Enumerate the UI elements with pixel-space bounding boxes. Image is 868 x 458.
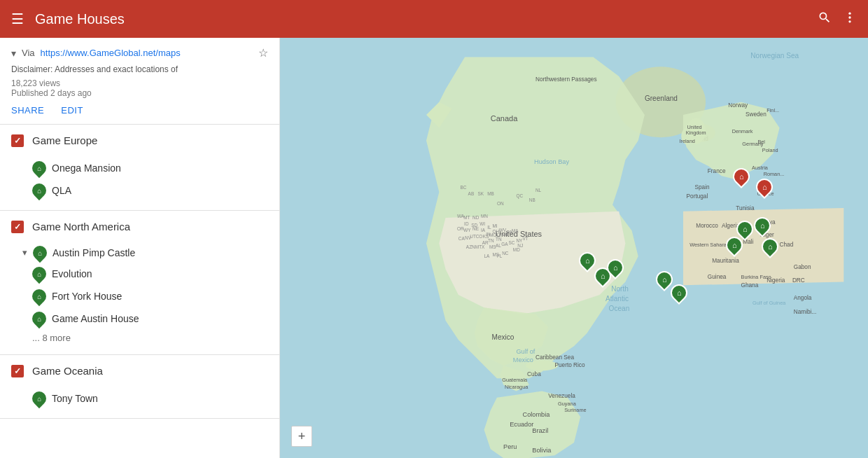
location-pin-green <box>29 264 49 284</box>
location-pin-green <box>30 243 50 263</box>
svg-text:Cuba: Cuba <box>527 371 541 377</box>
svg-text:Austria: Austria <box>752 165 769 171</box>
svg-text:Brazil: Brazil <box>532 427 548 434</box>
map-pin-green-9[interactable] <box>762 238 778 255</box>
svg-text:WY: WY <box>463 228 471 233</box>
location-pin-green <box>29 181 49 200</box>
map-pin-red-1[interactable] <box>733 168 750 185</box>
list-item[interactable]: Evolution <box>32 263 268 285</box>
via-published: Published 2 days ago <box>11 88 268 98</box>
svg-text:North: North <box>611 285 629 293</box>
oceania-locations: Tony Town <box>0 387 279 418</box>
svg-text:NL: NL <box>536 188 542 193</box>
svg-text:Norway: Norway <box>728 102 748 109</box>
map-pin-red-2[interactable] <box>756 179 773 195</box>
svg-text:MB: MB <box>487 191 494 196</box>
svg-text:CO: CO <box>476 234 483 239</box>
map-area[interactable]: Norwegian Sea Greenland Iceland Cuba Car… <box>280 38 868 458</box>
svg-text:IN: IN <box>486 232 491 237</box>
category-europe: Game Europe Onega Mansion QLA <box>0 125 279 211</box>
edit-button[interactable]: EDIT <box>61 105 83 116</box>
europe-checkbox[interactable] <box>11 134 24 147</box>
svg-text:AZ: AZ <box>466 244 472 249</box>
svg-text:Nigeria: Nigeria <box>766 277 785 284</box>
via-link[interactable]: https://www.GameGlobal.net/maps <box>41 48 181 58</box>
menu-icon[interactable]: ☰ <box>11 11 24 27</box>
share-button[interactable]: SHARE <box>11 105 44 116</box>
map-pin-green-1[interactable] <box>579 252 596 269</box>
svg-text:QC: QC <box>516 193 523 199</box>
svg-text:Namibi...: Namibi... <box>794 309 817 315</box>
svg-text:Finl...: Finl... <box>766 107 779 113</box>
bookmark-icon[interactable]: ☆ <box>258 46 268 60</box>
svg-text:Chad: Chad <box>780 242 794 248</box>
more-items-link[interactable]: ... 8 more <box>32 330 268 346</box>
svg-text:Western Sahara: Western Sahara <box>690 242 727 248</box>
austin-pimp-castle-row[interactable]: ▾ Austin Pimp Castle <box>32 243 268 263</box>
svg-text:WI: WI <box>479 221 485 226</box>
svg-text:Peru: Peru <box>503 443 517 450</box>
svg-text:VT: VT <box>523 236 528 241</box>
north-america-checkbox[interactable] <box>11 221 24 233</box>
svg-text:SK: SK <box>477 191 484 196</box>
svg-text:TN: TN <box>496 237 502 242</box>
svg-text:France: France <box>708 168 726 174</box>
svg-text:Venezuela: Venezuela <box>548 393 575 399</box>
list-item[interactable]: Onega Mansion <box>32 157 268 179</box>
svg-text:Ocean: Ocean <box>609 305 630 312</box>
svg-text:Spain: Spain <box>694 184 710 190</box>
svg-text:Mauritania: Mauritania <box>712 258 739 264</box>
map-pin-green-5[interactable] <box>671 284 687 301</box>
svg-text:Gulf of: Gulf of <box>516 348 535 355</box>
search-icon[interactable] <box>818 11 832 28</box>
more-options-icon[interactable] <box>843 11 857 28</box>
svg-text:Caribbean Sea: Caribbean Sea <box>536 354 574 361</box>
list-item[interactable]: QLA <box>32 179 268 202</box>
svg-text:NM: NM <box>472 244 479 249</box>
location-pin-green <box>29 389 49 408</box>
svg-point-2 <box>848 20 850 22</box>
svg-text:Portugal: Portugal <box>687 193 708 200</box>
sidebar: ▾ Via https://www.GameGlobal.net/maps ☆ … <box>0 38 280 458</box>
svg-text:Angola: Angola <box>794 295 812 301</box>
world-map: Norwegian Sea Greenland Iceland Cuba Car… <box>280 38 868 458</box>
svg-text:BC: BC <box>461 185 467 190</box>
category-oceania-header[interactable]: Game Oceania <box>0 355 279 387</box>
north-america-title: Game North America <box>32 221 130 233</box>
svg-text:CA: CA <box>458 236 465 241</box>
map-pin-green-7[interactable] <box>736 221 753 237</box>
map-pin-green-3[interactable] <box>607 259 624 276</box>
svg-text:Mexico: Mexico <box>513 356 533 363</box>
svg-text:Bolivia: Bolivia <box>532 447 552 454</box>
svg-text:TN: TN <box>488 238 494 243</box>
map-pin-green-6[interactable] <box>726 237 743 254</box>
svg-text:IL: IL <box>487 225 491 230</box>
list-item[interactable]: Game Austin House <box>32 307 268 330</box>
svg-text:Canada: Canada <box>491 114 518 123</box>
oceania-checkbox[interactable] <box>11 365 24 377</box>
svg-text:Ghana: Ghana <box>741 282 759 289</box>
category-north-america-header[interactable]: Game North America <box>0 211 279 243</box>
svg-point-0 <box>848 12 850 14</box>
category-europe-header[interactable]: Game Europe <box>0 125 279 157</box>
collapse-icon[interactable]: ▾ <box>11 48 16 59</box>
svg-text:Roman...: Roman... <box>764 171 785 177</box>
zoom-in-button[interactable]: + <box>291 426 312 447</box>
svg-text:Suriname: Suriname <box>564 407 586 413</box>
oceania-title: Game Oceania <box>32 365 103 377</box>
svg-text:MT: MT <box>463 215 470 220</box>
map-pin-green-8[interactable] <box>754 217 771 234</box>
list-item[interactable]: Tony Town <box>32 387 268 410</box>
location-pin-green <box>29 286 49 306</box>
north-america-locations: ▾ Austin Pimp Castle Evolution Fort York… <box>0 243 279 354</box>
svg-text:Morocco: Morocco <box>696 223 718 229</box>
svg-text:Ecuador: Ecuador <box>510 421 533 428</box>
svg-text:NC: NC <box>502 251 509 256</box>
list-item[interactable]: Fort York House <box>32 285 268 307</box>
europe-title: Game Europe <box>32 134 97 146</box>
svg-text:Norwegian Sea: Norwegian Sea <box>750 52 799 60</box>
svg-text:NJ: NJ <box>517 243 523 248</box>
svg-text:Guyana: Guyana <box>558 401 577 407</box>
location-pin-green <box>29 309 49 328</box>
svg-text:MI: MI <box>492 223 497 228</box>
